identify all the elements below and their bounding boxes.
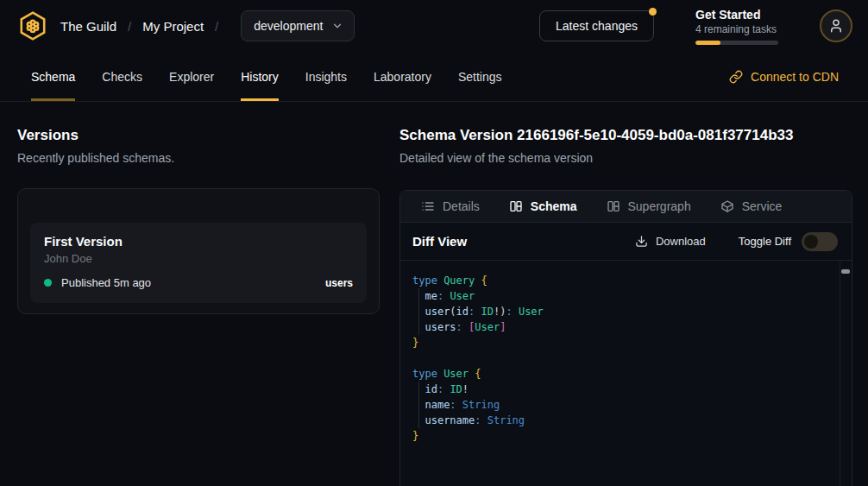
tab-explorer[interactable]: Explorer [169, 52, 214, 101]
list-icon [421, 199, 435, 213]
code-line: users: [User] [412, 319, 831, 335]
tab-settings[interactable]: Settings [458, 52, 502, 101]
version-author: John Doe [44, 252, 353, 265]
diff-view-header: Diff View Download Toggle Diff [400, 223, 852, 261]
get-started-title: Get Started [695, 8, 778, 22]
project-nav: Schema Checks Explorer History Insights … [0, 52, 868, 102]
code-line [412, 350, 831, 366]
detail-tabs: Details Schema Sup [400, 191, 852, 223]
toggle-diff-switch[interactable] [802, 232, 838, 251]
code-lines: type Query { me: User user(id: ID!): Use… [412, 273, 831, 444]
notification-dot [649, 8, 657, 16]
toggle-diff-label: Toggle Diff [739, 235, 791, 248]
code-line: } [412, 335, 831, 350]
get-started-subtitle: 4 remaining tasks [695, 23, 778, 35]
latest-changes-button[interactable]: Latest changes [539, 10, 654, 41]
progress-fill [695, 41, 720, 45]
schema-version-column: Schema Version 2166196f-5e10-4059-bd0a-0… [399, 102, 852, 486]
scrollbar-thumb[interactable] [841, 269, 850, 274]
hive-logo-icon[interactable] [17, 10, 48, 41]
diff-actions: Download Toggle Diff [635, 232, 838, 251]
tab-service[interactable]: Service [720, 199, 783, 213]
download-button[interactable]: Download [635, 235, 706, 248]
service-badge: users [325, 277, 353, 289]
tab-laboratory[interactable]: Laboratory [374, 52, 431, 101]
header-right: Latest changes Get Started 4 remaining t… [539, 8, 852, 45]
tab-insights[interactable]: Insights [305, 52, 347, 101]
code-line: username: String [412, 413, 831, 428]
breadcrumb-project[interactable]: My Project [142, 19, 204, 34]
tab-history[interactable]: History [241, 52, 279, 101]
environment-select[interactable]: development [241, 10, 355, 41]
schema-version-title: Schema Version 2166196f-5e10-4059-bd0a-0… [399, 127, 852, 144]
connect-to-cdn-label: Connect to CDN [751, 70, 839, 84]
tab-schema-detail[interactable]: Schema [509, 199, 577, 213]
tab-schema[interactable]: Schema [31, 52, 75, 101]
link-icon [729, 70, 743, 84]
breadcrumb-separator: / [128, 19, 131, 34]
code-line: user(id: ID!): User [412, 304, 831, 319]
chevron-down-icon [331, 20, 343, 32]
indent-guide [418, 288, 419, 335]
indent-guide [418, 382, 419, 428]
diff-view-title: Diff View [412, 234, 467, 249]
code-line: id: ID! [412, 382, 831, 397]
schema-version-subtitle: Detailed view of the schema version [399, 151, 852, 165]
versions-subtitle: Recently published schemas. [17, 151, 380, 165]
environment-select-value: development [254, 19, 323, 33]
breadcrumb-separator: / [215, 19, 218, 34]
tab-details-label: Details [443, 199, 480, 213]
tab-checks[interactable]: Checks [102, 52, 142, 101]
download-icon [635, 235, 648, 248]
get-started-progressbar [695, 41, 778, 45]
code-line: } [412, 428, 831, 444]
get-started-widget[interactable]: Get Started 4 remaining tasks [695, 8, 778, 45]
download-label: Download [656, 235, 706, 248]
connect-to-cdn-link[interactable]: Connect to CDN [729, 52, 839, 101]
code-line: type Query { [412, 273, 831, 288]
user-avatar[interactable] [820, 9, 852, 42]
latest-changes-label: Latest changes [556, 19, 638, 33]
main-content: Versions Recently published schemas. Fir… [0, 102, 868, 486]
schema-detail-panel: Details Schema Sup [399, 190, 852, 486]
tab-supergraph-label: Supergraph [628, 199, 691, 213]
scrollbar-track [840, 261, 840, 486]
app-header: The Guild / My Project / development Lat… [0, 0, 868, 52]
tab-schema-label: Schema [531, 199, 577, 213]
published-status-dot [44, 279, 52, 287]
breadcrumb-org[interactable]: The Guild [60, 19, 116, 34]
versions-list-card: First Version John Doe Published 5m ago … [17, 188, 380, 314]
code-line: name: String [412, 397, 831, 413]
tab-details[interactable]: Details [421, 199, 480, 213]
tab-supergraph[interactable]: Supergraph [607, 199, 691, 213]
switch-knob [804, 235, 818, 249]
version-status: Published 5m ago [61, 276, 151, 289]
columns-icon [509, 199, 523, 213]
tab-service-label: Service [742, 199, 783, 213]
versions-column: Versions Recently published schemas. Fir… [17, 102, 380, 486]
version-list-item[interactable]: First Version John Doe Published 5m ago … [30, 223, 367, 303]
user-icon [828, 18, 844, 34]
versions-title: Versions [17, 127, 380, 144]
schema-code-viewer[interactable]: type Query { me: User user(id: ID!): Use… [400, 261, 852, 486]
cube-icon [720, 199, 734, 213]
columns-icon [607, 199, 620, 213]
version-title: First Version [44, 234, 353, 249]
code-line: type User { [412, 366, 831, 382]
version-status-row: Published 5m ago users [44, 276, 353, 289]
code-line: me: User [412, 288, 831, 304]
